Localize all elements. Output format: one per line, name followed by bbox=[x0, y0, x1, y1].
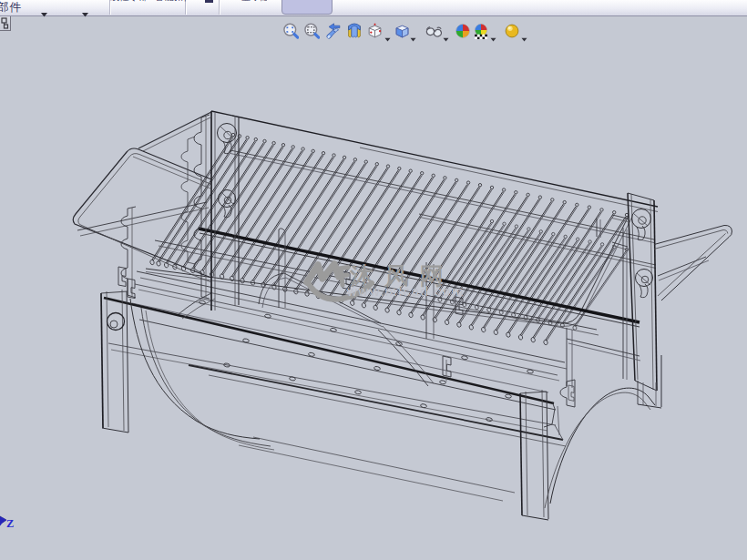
orientation-triad bbox=[0, 516, 6, 525]
view-orientation-icon[interactable] bbox=[366, 23, 383, 39]
previous-view-glyph bbox=[325, 23, 342, 39]
grill-grate bbox=[146, 133, 656, 345]
right-upright bbox=[567, 193, 732, 391]
toolbar-separator bbox=[219, 0, 220, 15]
right-leg bbox=[520, 355, 661, 520]
hide-show-items-glyph bbox=[425, 23, 442, 39]
display-style-icon[interactable] bbox=[394, 23, 410, 39]
command-manager-bar: 部件 线性零部件阵列 智能扣件 显示隐藏 bbox=[0, 0, 747, 16]
dropdown-arrow-glyph bbox=[443, 37, 449, 42]
zoom-to-area-icon[interactable] bbox=[303, 23, 320, 39]
apply-scene-dropdown-icon[interactable] bbox=[490, 29, 496, 34]
active-toolbar-button[interactable] bbox=[281, 0, 333, 15]
insert-component-label[interactable]: 部件 bbox=[0, 0, 22, 15]
watermark-url: www.mfcad.com bbox=[346, 283, 465, 299]
edit-appearance-icon[interactable] bbox=[455, 23, 471, 39]
display-style-glyph bbox=[394, 23, 410, 39]
left-upright bbox=[194, 111, 239, 311]
left-leg bbox=[101, 267, 135, 433]
zoom-to-fit-glyph bbox=[282, 23, 299, 39]
dropdown-arrow-glyph bbox=[490, 37, 496, 42]
view-settings-dropdown-icon[interactable] bbox=[521, 29, 527, 34]
view-settings-glyph bbox=[504, 23, 520, 39]
hide-show-items-dropdown-icon[interactable] bbox=[443, 29, 449, 34]
graphics-viewport[interactable]: 沐风网 www.mfcad.com bbox=[0, 16, 747, 560]
dropdown-arrow-icon[interactable] bbox=[40, 5, 48, 10]
apply-scene-glyph bbox=[473, 23, 489, 39]
left-side-shelf bbox=[73, 112, 212, 298]
display-style-dropdown-icon[interactable] bbox=[410, 29, 416, 34]
clipped-button-label[interactable]: 显示隐藏 bbox=[241, 0, 267, 3]
apply-scene-icon[interactable] bbox=[473, 23, 489, 39]
clipped-button-label[interactable]: 线性零部件阵列 bbox=[110, 0, 147, 3]
section-view-glyph bbox=[346, 23, 363, 39]
zoom-to-fit-icon[interactable] bbox=[282, 23, 299, 39]
dropdown-arrow-glyph bbox=[521, 37, 527, 42]
clipped-button-label[interactable]: 智能扣件 bbox=[155, 0, 186, 3]
view-orientation-dropdown-icon[interactable] bbox=[384, 29, 391, 34]
edit-appearance-glyph bbox=[455, 23, 471, 39]
dropdown-arrow-glyph bbox=[410, 37, 416, 42]
view-settings-icon[interactable] bbox=[504, 23, 520, 39]
hide-show-items-icon[interactable] bbox=[425, 23, 442, 39]
solidworks-window: 部件 线性零部件阵列 智能扣件 显示隐藏 bbox=[0, 0, 747, 560]
zoom-to-area-glyph bbox=[303, 23, 320, 39]
previous-view-icon[interactable] bbox=[325, 23, 342, 39]
clipped-button-icon[interactable] bbox=[205, 0, 213, 3]
dropdown-arrow-glyph bbox=[384, 37, 391, 42]
dropdown-arrow-icon[interactable] bbox=[81, 5, 89, 10]
section-view-icon[interactable] bbox=[346, 23, 363, 39]
view-orientation-glyph bbox=[366, 23, 383, 39]
